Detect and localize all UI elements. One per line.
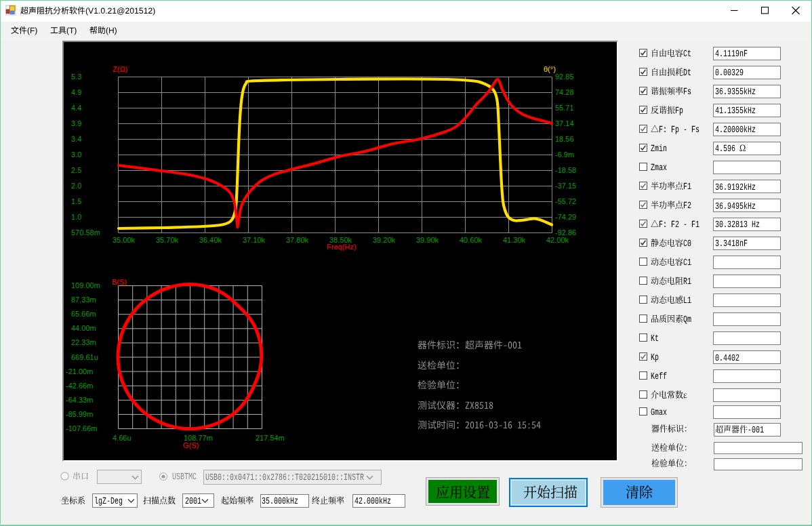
svg-text:109.00m: 109.00m [71, 281, 100, 289]
svg-text:40.60k: 40.60k [460, 236, 483, 244]
svg-text:1.5: 1.5 [71, 197, 81, 205]
svg-text:3.0: 3.0 [71, 150, 81, 159]
svg-text:37.14: 37.14 [555, 119, 574, 127]
svg-text:92.85: 92.85 [555, 73, 574, 81]
svg-text:3.4: 3.4 [71, 135, 81, 143]
svg-text:669.61u: 669.61u [71, 353, 98, 361]
svg-text:37.80k: 37.80k [286, 236, 309, 244]
svg-text:1.0: 1.0 [71, 213, 81, 221]
svg-text:35.00k: 35.00k [113, 236, 136, 244]
svg-text:41.30k: 41.30k [503, 236, 526, 244]
svg-text:-55.72: -55.72 [555, 197, 576, 205]
svg-text:Freq(Hz): Freq(Hz) [327, 243, 356, 251]
svg-text:G(S): G(S) [183, 441, 199, 449]
svg-text:4.4: 4.4 [71, 104, 81, 112]
svg-text:22.33m: 22.33m [71, 338, 96, 346]
svg-text:B(S): B(S) [112, 278, 127, 286]
svg-text:44.00m: 44.00m [71, 324, 96, 332]
svg-text:87.33m: 87.33m [71, 296, 96, 304]
svg-text:217.54m: 217.54m [256, 434, 285, 442]
svg-text:-37.15: -37.15 [555, 182, 576, 190]
svg-text:18.56: 18.56 [555, 135, 574, 143]
svg-text:2.0: 2.0 [71, 182, 81, 190]
svg-text:65.66m: 65.66m [71, 310, 96, 318]
svg-text:-6.9m: -6.9m [555, 150, 574, 159]
svg-text:35.70k: 35.70k [156, 236, 179, 244]
svg-text:5.3: 5.3 [71, 73, 81, 81]
svg-text:39.20k: 39.20k [373, 236, 396, 244]
svg-text:4.66u: 4.66u [113, 434, 131, 442]
svg-text:-21.00m: -21.00m [66, 367, 93, 376]
svg-text:37.10k: 37.10k [243, 236, 266, 244]
svg-text:36.40k: 36.40k [199, 236, 222, 244]
svg-text:39.90k: 39.90k [416, 236, 439, 244]
svg-text:-74.29: -74.29 [555, 213, 576, 221]
svg-text:2.5: 2.5 [71, 166, 81, 174]
svg-text:θ(°): θ(°) [544, 65, 556, 73]
svg-text:74.28: 74.28 [555, 88, 574, 96]
svg-text:55.71: 55.71 [555, 104, 574, 112]
svg-text:570.58m: 570.58m [71, 228, 100, 237]
svg-text:4.9: 4.9 [71, 88, 81, 96]
svg-text:-18.58: -18.58 [555, 166, 576, 174]
svg-text:-42.66m: -42.66m [66, 382, 93, 390]
svg-text:-85.99m: -85.99m [66, 410, 93, 418]
svg-text:-64.33m: -64.33m [66, 396, 93, 404]
svg-text:Z(Ω): Z(Ω) [113, 65, 127, 73]
svg-text:-107.66m: -107.66m [66, 424, 97, 432]
svg-text:3.9: 3.9 [71, 119, 81, 127]
svg-text:42.00k: 42.00k [546, 236, 569, 244]
